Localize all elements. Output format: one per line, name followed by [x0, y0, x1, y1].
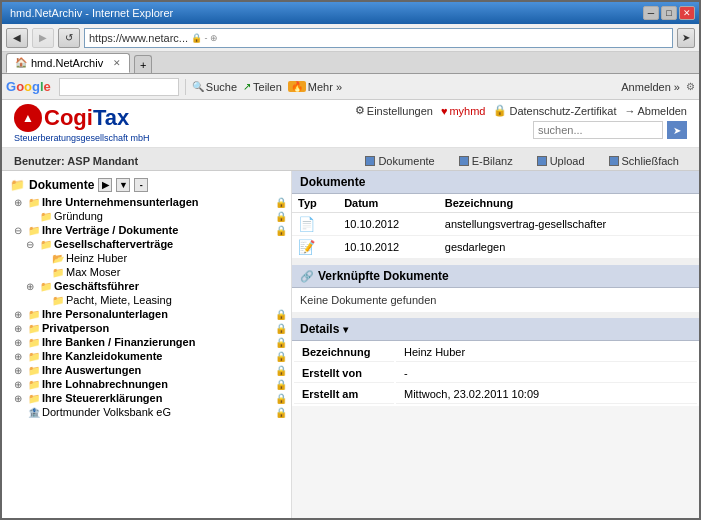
- col-bezeichnung: Bezeichnung: [439, 194, 699, 213]
- logo-icon: ▲: [14, 104, 42, 132]
- tree-item[interactable]: 🏦 Dortmunder Volksbank eG 🔒: [2, 405, 291, 419]
- user-info: Benutzer: ASP Mandant: [14, 155, 138, 167]
- tree-label: Ihre Personalunterlagen: [42, 308, 273, 320]
- einstellungen-link[interactable]: ⚙ Einstellungen: [355, 104, 433, 117]
- logo-area: ▲ CogiTax Steuerberatungsgesellschaft mb…: [14, 104, 150, 143]
- lock-icon: 🔒: [275, 197, 287, 208]
- folder-icon: 📁: [28, 309, 40, 320]
- tree-item[interactable]: ⊕ 📁 Ihre Personalunterlagen 🔒: [2, 307, 291, 321]
- expand-icon: ⊕: [14, 323, 26, 334]
- maximize-button[interactable]: □: [661, 6, 677, 20]
- search-area: ➤: [533, 121, 687, 139]
- expand-icon: ⊕: [14, 197, 26, 208]
- tree-label: Pacht, Miete, Leasing: [66, 294, 287, 306]
- tab-close-icon[interactable]: ✕: [113, 58, 121, 68]
- teilen-link[interactable]: ↗ Teilen: [243, 81, 282, 93]
- tree-item[interactable]: 📁 Gründung 🔒: [2, 209, 291, 223]
- browser-frame: hmd.NetArchiv - Internet Explorer ─ □ ✕ …: [0, 0, 701, 520]
- doc-date-cell: 10.10.2012: [338, 236, 439, 259]
- go-button[interactable]: ➤: [677, 28, 695, 48]
- myhmd-link[interactable]: ♥ myhmd: [441, 105, 486, 117]
- tree-item[interactable]: ⊕ 📁 Geschäftsführer: [2, 279, 291, 293]
- right-panel: Dokumente Typ Datum Bezeichnung 📄: [292, 171, 699, 518]
- sidebar-collapse-btn[interactable]: ▼: [116, 178, 130, 192]
- expand-icon: ⊖: [14, 225, 26, 236]
- address-icons: 🔒 - ⊕: [191, 33, 218, 43]
- address-bar[interactable]: https://www.netarc... 🔒 - ⊕: [84, 28, 673, 48]
- sidebar-minus-btn[interactable]: -: [134, 178, 148, 192]
- logo-tax: Tax: [93, 105, 129, 130]
- mehr-link[interactable]: 🔥 Mehr »: [288, 81, 342, 93]
- suche-link[interactable]: 🔍 Suche: [192, 81, 237, 93]
- tree-item[interactable]: ⊕ 📁 Ihre Banken / Finanzierungen 🔒: [2, 335, 291, 349]
- tree-item[interactable]: ⊕ 📁 Ihre Kanzleidokumente 🔒: [2, 349, 291, 363]
- folder-icon: 📁: [28, 337, 40, 348]
- expand-icon: ⊕: [14, 393, 26, 404]
- col-datum: Datum: [338, 194, 439, 213]
- cert-icon: 🔒: [493, 104, 507, 117]
- folder-icon: 📁: [28, 351, 40, 362]
- tree-item[interactable]: ⊕ 📁 Ihre Lohnabrechnungen 🔒: [2, 377, 291, 391]
- link-icon: 🔗: [300, 270, 314, 283]
- tree-label: Geschäftsführer: [54, 280, 287, 292]
- sidebar[interactable]: 📁 Dokumente ▶ ▼ - ⊕ 📁 Ihre Unternehmensu…: [2, 171, 292, 518]
- sidebar-expand-btn[interactable]: ▶: [98, 178, 112, 192]
- nav-tab-items: Dokumente E-Bilanz Upload Schließfach: [357, 152, 687, 170]
- lock-icon: 🔒: [275, 365, 287, 376]
- tree-item[interactable]: ⊕ 📁 Ihre Steuererklärungen 🔒: [2, 391, 291, 405]
- tab-upload[interactable]: Upload: [529, 152, 593, 170]
- forward-button[interactable]: ▶: [32, 28, 54, 48]
- two-panel: 📁 Dokumente ▶ ▼ - ⊕ 📁 Ihre Unternehmensu…: [2, 171, 699, 518]
- site-header: ▲ CogiTax Steuerberatungsgesellschaft mb…: [2, 100, 699, 148]
- tree-item[interactable]: 📁 Pacht, Miete, Leasing: [2, 293, 291, 307]
- tab-schliessfach[interactable]: Schließfach: [601, 152, 687, 170]
- lock-icon: 🔒: [275, 337, 287, 348]
- tree-item[interactable]: 📂 Heinz Huber: [2, 251, 291, 265]
- details-chevron-icon: ▾: [343, 324, 348, 335]
- doc-name-cell: gesdarlegen: [439, 236, 699, 259]
- new-tab-button[interactable]: +: [134, 55, 152, 73]
- tab-ebilanz[interactable]: E-Bilanz: [451, 152, 521, 170]
- expand-icon: ⊕: [14, 309, 26, 320]
- site-search-input[interactable]: [533, 121, 663, 139]
- lock-icon: 🔒: [275, 211, 287, 222]
- tree-item[interactable]: ⊕ 📁 Ihre Auswertungen 🔒: [2, 363, 291, 377]
- minimize-button[interactable]: ─: [643, 6, 659, 20]
- tree-item[interactable]: ⊕ 📁 Ihre Unternehmensunterlagen 🔒: [2, 195, 291, 209]
- linked-docs-section: 🔗 Verknüpfte Dokumente Keine Dokumente g…: [292, 265, 699, 312]
- google-search-input[interactable]: [59, 78, 179, 96]
- tree-label: Ihre Kanzleidokumente: [42, 350, 273, 362]
- tree-item[interactable]: ⊕ 📁 Privatperson 🔒: [2, 321, 291, 335]
- title-bar-title: hmd.NetArchiv - Internet Explorer: [6, 7, 643, 19]
- tree-item[interactable]: 📁 Max Moser: [2, 265, 291, 279]
- table-row[interactable]: 📝 10.10.2012 gesdarlegen: [292, 236, 699, 259]
- details-row: Erstellt am Mittwoch, 23.02.2011 10:09: [294, 385, 697, 404]
- site-search-button[interactable]: ➤: [667, 121, 687, 139]
- expand-icon: ⊕: [26, 281, 38, 292]
- lock-icon: 🔒: [275, 407, 287, 418]
- details-header[interactable]: Details ▾: [292, 318, 699, 341]
- folder-icon: 📁: [28, 379, 40, 390]
- back-button[interactable]: ◀: [6, 28, 28, 48]
- folder-icon: 📁: [40, 281, 52, 292]
- close-button[interactable]: ✕: [679, 6, 695, 20]
- folder-icon: 📁: [28, 323, 40, 334]
- google-logo: Google: [6, 79, 51, 94]
- tree-item[interactable]: ⊖ 📁 Ihre Verträge / Dokumente 🔒: [2, 223, 291, 237]
- share-icon: ↗: [243, 81, 251, 92]
- table-row[interactable]: 📄 10.10.2012 anstellungsvertrag-gesellsc…: [292, 213, 699, 236]
- tree-item[interactable]: ⊖ 📁 Gesellschafterverträge: [2, 237, 291, 251]
- tab-bar: 🏠 hmd.NetArchiv ✕ +: [2, 52, 699, 74]
- details-section: Details ▾ Bezeichnung Heinz Huber Erstel…: [292, 318, 699, 406]
- datenschutz-link[interactable]: 🔒 Datenschutz-Zertifikat: [493, 104, 616, 117]
- lock-icon: 🔒: [275, 309, 287, 320]
- folder-icon: 📁: [28, 197, 40, 208]
- tab-dokumente[interactable]: Dokumente: [357, 152, 442, 170]
- tree-label: Ihre Lohnabrechnungen: [42, 378, 273, 390]
- title-bar: hmd.NetArchiv - Internet Explorer ─ □ ✕: [2, 2, 699, 24]
- anmelden-link[interactable]: Anmelden »: [621, 81, 680, 93]
- abmelden-link[interactable]: → Abmelden: [624, 105, 687, 117]
- browser-tab-active[interactable]: 🏠 hmd.NetArchiv ✕: [6, 53, 130, 73]
- lock-icon: 🔒: [275, 323, 287, 334]
- refresh-button[interactable]: ↺: [58, 28, 80, 48]
